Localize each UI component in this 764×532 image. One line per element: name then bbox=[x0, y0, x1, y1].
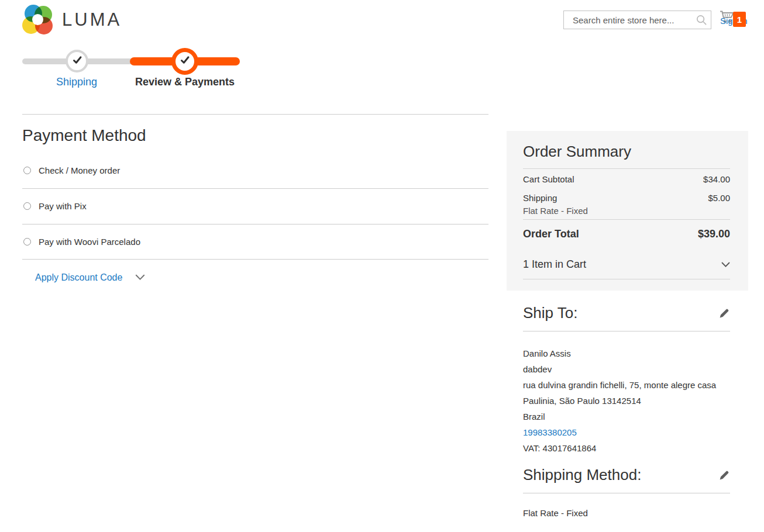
address-line: Brazil bbox=[523, 409, 745, 424]
divider bbox=[523, 219, 730, 220]
items-in-cart-label: 1 Item in Cart bbox=[523, 258, 586, 271]
divider bbox=[523, 331, 730, 331]
step-label-shipping[interactable]: Shipping bbox=[36, 76, 118, 88]
search-icon[interactable] bbox=[696, 14, 707, 26]
step-review-circle bbox=[171, 48, 198, 75]
phone-link[interactable]: 19983380205 bbox=[523, 427, 577, 437]
shipping-label: Shipping bbox=[523, 193, 557, 203]
luma-logo-icon bbox=[22, 5, 53, 35]
address-line: Danilo Assis bbox=[523, 346, 745, 361]
step-shipping-circle[interactable] bbox=[66, 50, 88, 72]
check-icon bbox=[180, 56, 190, 67]
payment-method-title: Payment Method bbox=[22, 126, 146, 145]
shipping-method-title: Shipping Method: bbox=[523, 466, 641, 484]
radio-pix[interactable] bbox=[23, 202, 31, 210]
subtotal-label: Cart Subtotal bbox=[523, 174, 574, 184]
items-in-cart-toggle[interactable]: 1 Item in Cart bbox=[523, 258, 730, 271]
payment-option-woovi-parcelado[interactable]: Pay with Woovi Parcelado bbox=[23, 237, 140, 247]
divider bbox=[523, 279, 730, 279]
subtotal-value: $34.00 bbox=[703, 174, 730, 184]
cart-count-badge: 1 bbox=[733, 12, 746, 27]
order-total-label: Order Total bbox=[523, 228, 579, 240]
shipping-value: $5.00 bbox=[708, 193, 730, 203]
address-line: Paulinia, São Paulo 13142514 bbox=[523, 393, 745, 409]
payment-option-pix[interactable]: Pay with Pix bbox=[23, 201, 87, 211]
order-total-value: $39.00 bbox=[698, 228, 730, 240]
divider bbox=[22, 259, 488, 260]
ship-to-title: Ship To: bbox=[523, 304, 577, 322]
order-summary-title: Order Summary bbox=[523, 143, 730, 161]
ship-to-header: Ship To: bbox=[523, 304, 730, 322]
divider bbox=[523, 493, 730, 493]
logo-text: LUMA bbox=[62, 9, 122, 30]
order-total-row: Order Total $39.00 bbox=[523, 228, 730, 240]
divider bbox=[22, 224, 488, 224]
store-logo[interactable]: LUMA bbox=[22, 5, 122, 35]
shipping-row: Shipping $5.00 Flat Rate - Fixed bbox=[523, 193, 730, 216]
chevron-down-icon[interactable] bbox=[721, 258, 730, 271]
header-cart-cluster: Sign In 1 bbox=[719, 8, 755, 32]
shipping-method-note: Flat Rate - Fixed bbox=[523, 206, 730, 216]
payment-option-check-money-order[interactable]: Check / Money order bbox=[23, 165, 120, 175]
order-summary-panel: Order Summary Cart Subtotal $34.00 Shipp… bbox=[507, 131, 748, 291]
shipping-method-header: Shipping Method: bbox=[523, 466, 730, 484]
checkout-page: LUMA Sign In 1 bbox=[0, 0, 764, 532]
apply-discount-link[interactable]: Apply Discount Code bbox=[35, 272, 122, 283]
check-icon bbox=[72, 56, 82, 67]
subtotal-row: Cart Subtotal $34.00 bbox=[523, 174, 730, 184]
payment-option-label[interactable]: Check / Money order bbox=[39, 165, 120, 175]
apply-discount-section[interactable]: Apply Discount Code bbox=[35, 272, 145, 283]
divider bbox=[22, 188, 488, 189]
address-line: dabdev bbox=[523, 361, 745, 377]
shipping-address: Danilo Assis dabdev rua dulvina grandin … bbox=[523, 346, 745, 456]
address-line: rua dulvina grandin fichelli, 75, monte … bbox=[523, 377, 745, 393]
search-input[interactable] bbox=[564, 11, 711, 29]
divider bbox=[22, 114, 488, 115]
edit-ship-to-icon[interactable] bbox=[718, 308, 730, 319]
payment-option-label[interactable]: Pay with Woovi Parcelado bbox=[39, 237, 140, 247]
vat-line: VAT: 43017641864 bbox=[523, 440, 745, 456]
radio-woovi-parcelado[interactable] bbox=[23, 238, 31, 246]
chevron-down-icon[interactable] bbox=[135, 272, 145, 283]
shipping-method-value: Flat Rate - Fixed bbox=[523, 508, 588, 518]
radio-check-money-order[interactable] bbox=[23, 167, 31, 174]
divider bbox=[523, 168, 730, 169]
search-box bbox=[563, 11, 711, 29]
step-label-review-payments: Review & Payments bbox=[123, 76, 246, 88]
payment-option-label[interactable]: Pay with Pix bbox=[39, 201, 87, 211]
edit-shipping-method-icon[interactable] bbox=[718, 469, 730, 481]
